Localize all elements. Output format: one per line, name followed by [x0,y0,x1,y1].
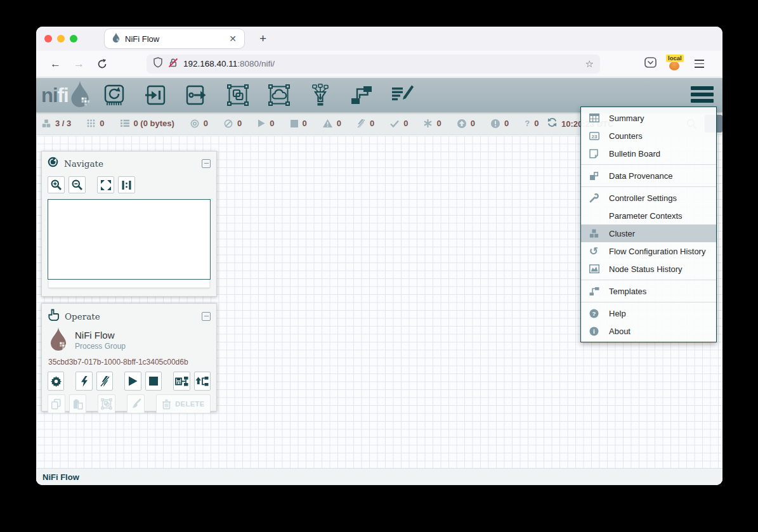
template-icon[interactable] [349,82,374,108]
question-icon: ? [525,119,530,127]
delete-button-label: DELETE [175,400,204,408]
process-group-drop-icon [49,327,67,353]
url-text[interactable]: 192.168.40.11:8080/nifi/ [183,59,580,68]
browser-menu-icon[interactable] [693,57,705,70]
back-icon[interactable]: ← [44,58,67,69]
collapse-operate-icon[interactable] [202,312,211,321]
new-tab-button[interactable]: + [254,30,271,47]
create-template-button[interactable] [173,372,190,391]
upload-template-button[interactable] [194,372,211,391]
help-icon: ? [589,309,603,318]
zoom-out-button[interactable] [69,176,86,193]
output-port-icon[interactable] [184,82,209,108]
status-locally-modified: 0 [424,119,441,128]
enable-button[interactable] [75,372,92,391]
navigate-title: Navigate [64,159,196,169]
tab-close-icon[interactable]: ✕ [226,34,239,44]
shield-icon[interactable] [153,57,163,70]
remote-process-group-icon[interactable] [266,82,292,108]
menu-item-about[interactable]: iAbout [581,322,716,340]
minimize-window-button[interactable] [57,35,65,42]
start-button[interactable] [124,372,141,391]
extension-icon[interactable]: local [668,57,682,71]
zoom-actual-button[interactable] [118,176,135,193]
reload-icon[interactable] [91,59,114,69]
status-queued: 0 (0 bytes) [121,119,174,128]
slash-circle-icon [224,119,233,128]
status-not-transmitting: 0 [224,119,242,128]
note-icon [589,149,603,159]
menu-divider [581,280,716,280]
status-stale: 0 [457,119,475,128]
svg-text:i: i [593,328,595,335]
paste-button[interactable] [69,394,87,413]
menu-item-cluster[interactable]: Cluster [581,224,716,242]
funnel-icon[interactable] [308,82,333,108]
stop-icon [291,120,298,127]
fill-color-button[interactable] [127,394,145,413]
global-menu-icon[interactable] [691,86,714,103]
status-clustered-nodes: 3 / 3 [42,119,71,128]
tab-title: NiFi Flow [125,34,226,44]
processor-icon[interactable] [101,82,127,108]
breadcrumb-bar: NiFi Flow [36,468,722,485]
label-icon[interactable] [390,82,415,108]
menu-item-summary[interactable]: Summary [581,109,716,127]
group-button[interactable] [98,394,115,413]
close-window-button[interactable] [44,35,52,42]
collapse-navigate-icon[interactable] [202,159,211,168]
nifi-drop-icon [70,81,90,110]
menu-item-node-status-history[interactable]: Node Status History [581,260,716,278]
operate-panel: Operate NiFi Flow Process Group 35cbd3b7… [41,303,217,412]
delete-button[interactable]: DELETE [156,394,211,413]
cubes-icon [42,119,51,128]
insecure-lock-icon[interactable] [168,58,178,70]
stop-button[interactable] [145,372,162,391]
input-port-icon[interactable] [143,82,168,108]
configure-button[interactable] [48,372,64,391]
refresh-icon[interactable] [547,118,557,129]
menu-item-data-provenance[interactable]: Data Provenance [581,167,716,185]
status-running: 0 [258,119,274,128]
circle-bang-icon [491,119,500,128]
menu-item-bulletin-board[interactable]: Bulletin Board [581,145,716,162]
forward-icon[interactable]: → [67,58,91,69]
zoom-in-button[interactable] [48,176,65,193]
menu-divider [581,164,716,165]
wrench-icon [589,193,603,203]
zoom-fit-button[interactable] [97,176,114,193]
copy-button[interactable] [48,394,65,413]
extension-badge: local [666,55,684,62]
menu-item-templates[interactable]: Templates [581,282,716,300]
component-toolbar [101,82,415,108]
breadcrumb-root[interactable]: NiFi Flow [42,472,79,482]
menu-item-flow-configuration-history[interactable]: ↺Flow Configuration History [581,242,716,260]
bullseye-icon [190,119,199,128]
svg-text:?: ? [592,310,596,317]
menu-item-help[interactable]: ?Help [581,304,716,322]
birdseye-minimap[interactable] [48,199,211,280]
status-up-to-date: 0 [390,119,408,128]
menu-item-parameter-contexts[interactable]: Parameter Contexts [581,207,716,224]
status-transmitting: 0 [190,119,208,128]
logo-text-ni: ni [41,86,58,105]
status-stopped: 0 [291,119,307,128]
status-items: 3 / 300 (0 bytes)0000000000?0 [42,119,554,128]
browser-window: NiFi Flow ✕ + ← → 192.168.40.11:8080/nif… [36,27,722,485]
menu-item-counters[interactable]: 23Counters [581,127,716,145]
list-icon [121,119,129,127]
check-icon [390,120,399,127]
browser-tab[interactable]: NiFi Flow ✕ [105,29,244,48]
pocket-icon[interactable] [644,57,657,70]
bookmark-star-icon[interactable]: ☆ [585,58,594,70]
menu-item-controller-settings[interactable]: Controller Settings [581,189,716,207]
url-bar[interactable]: 192.168.40.11:8080/nifi/ ☆ [147,55,600,74]
global-menu-popup: Summary23CountersBulletin BoardData Prov… [580,107,717,342]
birdseye-strip [48,280,210,288]
disable-button[interactable] [96,372,113,391]
nifi-favicon-icon [112,32,120,45]
window-controls[interactable] [44,35,77,42]
selected-flow-id: 35cbd3b7-017b-1000-8bff-1c3405c00d6b [42,356,216,370]
process-group-icon[interactable] [225,82,251,108]
maximize-window-button[interactable] [70,35,77,42]
